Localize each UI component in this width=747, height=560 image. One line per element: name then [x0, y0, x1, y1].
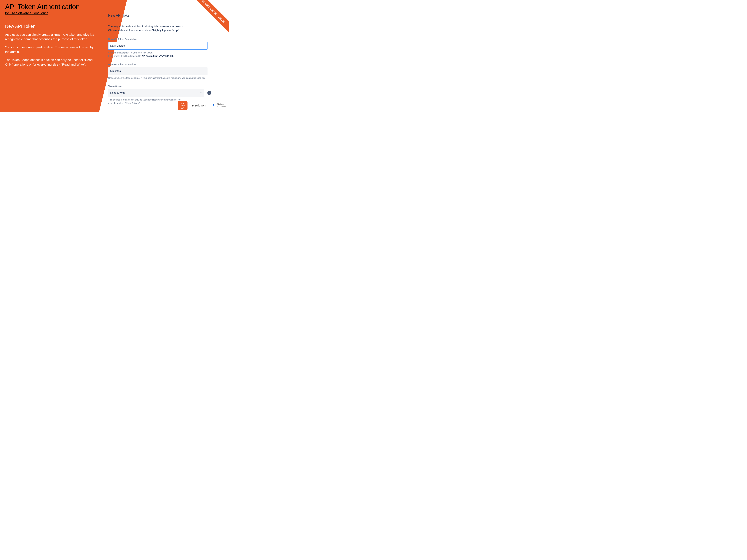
chevron-down-icon: [203, 70, 205, 72]
chevron-down-icon: [200, 92, 202, 94]
description-help-post: .: [173, 55, 174, 57]
left-heading: New API Token: [5, 24, 95, 29]
api-token-logo-line-1: API: [181, 103, 184, 105]
form-intro: You may enter a description to distingui…: [108, 24, 211, 32]
resolution-logo: re:solution: [191, 104, 206, 107]
page-title: API Token Authentication: [5, 3, 95, 10]
scope-help: This defines if a token can only be used…: [108, 98, 183, 105]
resolution-post: solution: [195, 104, 206, 107]
vendor-line-1: Platinum: [217, 103, 226, 105]
info-icon[interactable]: i: [207, 91, 211, 95]
page-subtitle: for Jira Software / Confluence: [5, 11, 48, 15]
api-token-logo-line-2: TOKEN: [180, 105, 185, 106]
vendor-text: Platinum Top Vendor: [217, 103, 226, 108]
form-title: New API Token: [108, 14, 211, 18]
expiration-select[interactable]: 5 months: [108, 68, 207, 75]
resolution-pre: re: [191, 104, 194, 107]
footer-logos: API TOKEN re:solution ATLASSIAN Platinum…: [178, 101, 226, 110]
left-paragraph-1: As a user, you can simply create a REST …: [5, 32, 95, 42]
scope-select[interactable]: Read & Write: [108, 89, 204, 97]
platinum-top-vendor-badge: ATLASSIAN Platinum Top Vendor: [209, 102, 226, 109]
new-api-token-form: New API Token You may enter a descriptio…: [108, 14, 211, 105]
form-intro-line-1: You may enter a description to distingui…: [108, 25, 184, 28]
atlassian-icon: [212, 104, 215, 106]
description-label: New API Token Description: [108, 38, 211, 40]
expiration-help: Choose when the token expires. If your a…: [108, 76, 207, 80]
description-help: Choose a description for your new API to…: [108, 51, 211, 58]
description-input[interactable]: [108, 42, 207, 50]
vendor-line-2: Top Vendor: [217, 105, 226, 108]
scope-value: Read & Write: [110, 91, 125, 95]
expiration-value: 5 months: [110, 70, 121, 73]
scope-label: Token Scope: [108, 85, 211, 87]
description-help-bold: API Token from YYYY-MM-DD: [142, 55, 173, 57]
tag-icon: [181, 107, 184, 109]
expiration-label: New API Token Expiration: [108, 63, 211, 65]
description-help-line-2-pre: If left empty, it will be defaulted to: [108, 55, 142, 57]
marketing-left-panel: API Token Authentication for Jira Softwa…: [5, 3, 95, 67]
description-help-line-1: Choose a description for your new API to…: [108, 51, 153, 54]
atlassian-logo: ATLASSIAN: [211, 104, 215, 108]
left-paragraph-3: The Token Scope defines if a token can o…: [5, 58, 95, 67]
form-intro-line-2: Choose a descriptive name, such as "Nigh…: [108, 29, 179, 32]
left-paragraph-2: You can choose an expiration date. The m…: [5, 45, 95, 54]
api-token-logo: API TOKEN: [178, 101, 187, 110]
atlassian-label: ATLASSIAN: [211, 107, 216, 108]
